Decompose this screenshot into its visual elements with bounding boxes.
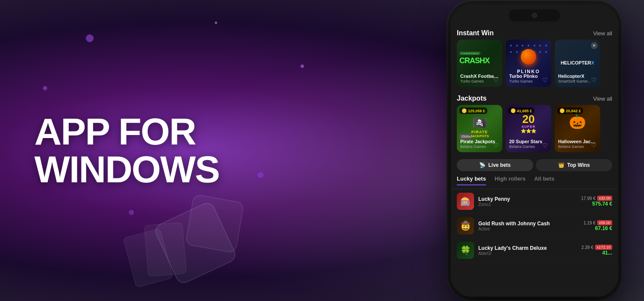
lucky-penny-game: Lucky Penny — [478, 196, 577, 202]
plinko-provider: Turbo Games — [509, 79, 548, 83]
instant-win-header: Instant Win View all — [451, 26, 618, 40]
superstars-amount: 41,685 £ — [517, 109, 532, 113]
bet-row-lucky-lady[interactable]: 🍀 Lucky Lady's Charm Deluxe AbleGr 2.39 … — [451, 238, 618, 263]
gold-rush-game: Gold Rush with Johnny Cash — [478, 221, 579, 227]
lucky-penny-info: Lucky Penny Zorro1 — [478, 196, 577, 207]
crashx-logo: CRASHX — [459, 56, 500, 65]
superstars-visual: 20 SUPER ⭐⭐⭐ — [506, 114, 551, 133]
lucky-penny-win: 575.74 € — [581, 201, 612, 207]
crashx-edition-badge: Football Edition — [459, 52, 480, 55]
helicopterx-name: HelicopterX — [558, 74, 597, 79]
gold-rush-thumb: 🤠 — [457, 217, 474, 234]
lucky-lady-player: AbleGr — [478, 251, 577, 256]
phone-notch — [509, 9, 560, 22]
superstars-label: 20 Super Stars Belatra Games — [509, 139, 548, 149]
high-rollers-subtab[interactable]: High rollers — [495, 175, 526, 185]
crashx-badge-area: Football Edition CRASHX — [459, 48, 500, 65]
gold-rush-win: 67.16 € — [583, 225, 612, 231]
jackpots-view-all[interactable]: View all — [593, 95, 612, 102]
halloween-card[interactable]: 🪙 20,842 £ 🎃 ♡ Halloween Jackp... Belatr… — [555, 105, 600, 152]
coin-icon-3: 🪙 — [559, 108, 565, 113]
gold-rush-original: 1.19 € x56.00 — [583, 220, 612, 225]
lucky-lady-game: Lucky Lady's Charm Deluxe — [478, 245, 577, 251]
pirate-jackpot-amount: 🪙 125,056 £ — [459, 108, 487, 114]
plinko-name: Turbo Plinko — [509, 74, 548, 79]
hero-title: APP FOR WINDOWS — [34, 113, 219, 188]
superstars-card[interactable]: 🪙 41,685 £ 20 SUPER ⭐⭐⭐ ♡ 20 Super Stars… — [506, 105, 551, 152]
halloween-visual: 🎃 — [555, 114, 600, 130]
helicopterx-label: HelicopterX SmartSoft Gamin... — [558, 74, 597, 83]
lucky-penny-amounts: 17.99 € x32.00 575.74 € — [581, 196, 612, 207]
pirate-label: Pirate Jackpots Belatra Games — [460, 139, 499, 149]
lucky-lady-visual: 🍀 — [457, 242, 474, 259]
crashx-name: CrashX Football E... — [460, 74, 499, 79]
lucky-penny-original: 17.99 € x32.00 — [581, 196, 612, 201]
live-bets-label: Live bets — [488, 162, 510, 168]
all-bets-subtab[interactable]: All bets — [534, 175, 554, 185]
lucky-lady-amounts: 2.39 € x172.10 41... — [581, 245, 612, 256]
halloween-provider: Belatra Games — [558, 144, 597, 149]
superstars-provider: Belatra Games — [509, 144, 548, 149]
coin-icon-2: 🪙 — [510, 108, 516, 113]
helicopterx-close[interactable]: ✕ — [591, 42, 598, 49]
gold-rush-multiplier: x56.00 — [597, 220, 612, 225]
gold-rush-visual: 🤠 — [457, 217, 474, 234]
lucky-penny-thumb: 🎰 — [457, 193, 474, 210]
helicopterx-text: HELICOPTERX — [561, 60, 594, 65]
crashx-card[interactable]: Football Edition CRASHX ♡ CrashX Footbal… — [457, 40, 502, 87]
pirate-card[interactable]: 🪙 125,056 £ 🏴‍☠️ PIRATE JACKPOTS 2500x ♡… — [457, 105, 502, 152]
top-wins-label: Top Wins — [567, 162, 590, 168]
crashx-provider: Turbo Games — [460, 79, 499, 83]
pirate-visual: 🏴‍☠️ PIRATE JACKPOTS — [457, 116, 502, 138]
lucky-penny-multiplier: x32.00 — [597, 196, 612, 201]
bets-tabs-row: 📡 Live bets 👑 Top Wins — [451, 157, 618, 174]
sub-tabs-row: Lucky bets High rollers All bets — [451, 174, 618, 189]
lucky-lady-original: 2.39 € x172.10 — [581, 245, 612, 250]
gold-rush-player: Active — [478, 227, 579, 231]
phone-frame: Instant Win View all Football Edition CR… — [451, 4, 618, 297]
phone-mockup: Instant Win View all Football Edition CR… — [451, 4, 618, 297]
halloween-amount: 20,842 £ — [566, 109, 581, 113]
lucky-penny-visual: 🎰 — [457, 193, 474, 210]
halloween-label: Halloween Jackp... Belatra Games — [558, 139, 597, 149]
jackpots-header: Jackpots View all — [451, 91, 618, 105]
gold-rush-amounts: 1.19 € x56.00 67.16 € — [583, 220, 612, 231]
pirate-provider: Belatra Games — [460, 144, 499, 149]
plinko-card[interactable]: PLINKO ♡ Turbo Plinko Turbo Games — [506, 40, 551, 87]
lucky-lady-win: 41... — [581, 250, 612, 256]
jackpots-title: Jackpots — [457, 95, 486, 102]
live-bets-icon: 📡 — [479, 162, 486, 168]
gold-rush-info: Gold Rush with Johnny Cash Active — [478, 221, 579, 231]
halloween-jackpot-amount: 🪙 20,842 £ — [557, 108, 583, 114]
lucky-lady-thumb: 🍀 — [457, 242, 474, 259]
coin-icon: 🪙 — [462, 108, 467, 113]
top-wins-icon: 👑 — [558, 162, 565, 168]
helicopterx-card[interactable]: HELICOPTERX ✕ ♡ HelicopterX SmartSoft Ga… — [555, 40, 600, 87]
helicopterx-provider: SmartSoft Gamin... — [558, 79, 597, 83]
lucky-lady-multiplier: x172.10 — [595, 245, 612, 250]
instant-win-title: Instant Win — [457, 29, 494, 37]
plinko-label: Turbo Plinko Turbo Games — [509, 74, 548, 83]
camera-dot — [532, 13, 537, 18]
lucky-bets-subtab[interactable]: Lucky bets — [457, 175, 486, 185]
lucky-lady-info: Lucky Lady's Charm Deluxe AbleGr — [478, 245, 577, 256]
live-bets-tab[interactable]: 📡 Live bets — [457, 159, 533, 171]
bet-row-gold-rush[interactable]: 🤠 Gold Rush with Johnny Cash Active 1.19… — [451, 214, 618, 238]
instant-win-view-all[interactable]: View all — [593, 30, 612, 37]
phone-screen: Instant Win View all Football Edition CR… — [451, 4, 618, 297]
pirate-amount: 125,056 £ — [468, 109, 485, 113]
superstars-name: 20 Super Stars — [509, 139, 548, 144]
top-wins-tab[interactable]: 👑 Top Wins — [536, 159, 612, 171]
pirate-name: Pirate Jackpots — [460, 139, 499, 144]
phone-content: Instant Win View all Football Edition CR… — [451, 4, 618, 297]
halloween-name: Halloween Jackp... — [558, 139, 597, 144]
crashx-label: CrashX Football E... Turbo Games — [460, 74, 499, 83]
instant-win-cards: Football Edition CRASHX ♡ CrashX Footbal… — [451, 40, 618, 91]
bet-row-lucky-penny[interactable]: 🎰 Lucky Penny Zorro1 17.99 € x32.00 575.… — [451, 189, 618, 214]
jackpot-cards: 🪙 125,056 £ 🏴‍☠️ PIRATE JACKPOTS 2500x ♡… — [451, 105, 618, 157]
lucky-penny-player: Zorro1 — [478, 202, 577, 207]
